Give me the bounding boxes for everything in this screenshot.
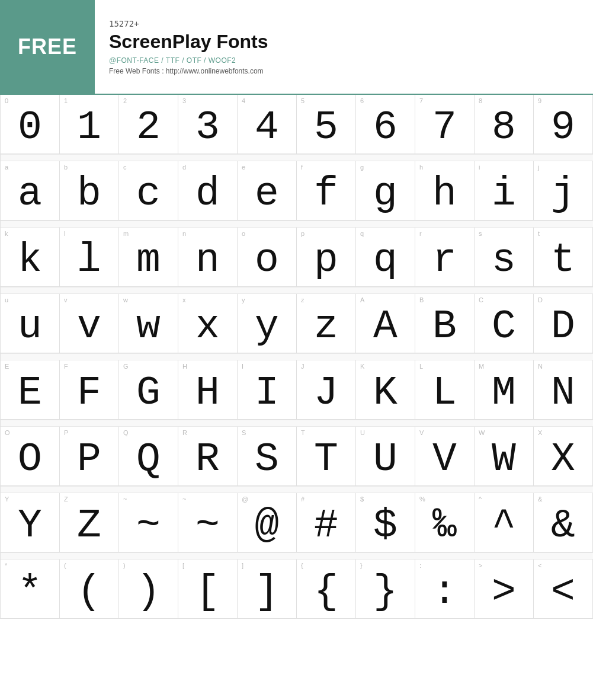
glyph-cell: (( [60, 560, 119, 619]
glyph-label: Z [64, 496, 68, 503]
glyph-character: Q [136, 439, 161, 480]
glyph-character: M [492, 373, 516, 413]
glyph-cell: MM [475, 360, 534, 420]
glyph-cell: && [534, 493, 593, 552]
glyph-label: b [64, 164, 68, 171]
font-count: 15272+ [109, 19, 268, 28]
glyph-label: A [360, 297, 364, 303]
glyph-character: 4 [255, 107, 279, 148]
glyph-cell: AA [356, 294, 415, 353]
glyph-character: Z [77, 506, 101, 546]
glyph-character: [ [195, 572, 220, 612]
glyph-cell: KK [356, 360, 415, 420]
glyph-label: e [242, 164, 245, 171]
glyph-cell: ll [60, 228, 119, 287]
glyph-character: f [314, 174, 338, 214]
glyph-cell: @@ [238, 493, 297, 552]
glyph-character: * [18, 572, 42, 612]
glyph-character: ~ [195, 506, 220, 546]
glyph-label: 8 [479, 98, 482, 104]
glyph-character: I [255, 373, 279, 413]
glyph-label: ( [64, 562, 66, 569]
glyph-character: L [432, 373, 457, 413]
glyph-character: d [195, 174, 220, 214]
glyph-cell: kk [1, 228, 60, 287]
glyph-character: K [373, 373, 398, 413]
glyph-character: H [195, 373, 220, 413]
glyph-cell: )) [119, 560, 178, 619]
glyph-character: a [18, 174, 42, 214]
glyph-character: l [77, 240, 101, 280]
glyph-label: ^ [479, 496, 482, 503]
glyph-label: 4 [242, 98, 245, 104]
glyph-cell: 22 [119, 95, 178, 154]
row-separator [1, 287, 593, 294]
glyph-character: T [314, 439, 338, 480]
glyph-label: w [123, 297, 128, 303]
glyph-cell: ^^ [475, 493, 534, 552]
glyph-cell: $$ [356, 493, 415, 552]
glyph-label: 6 [360, 98, 364, 104]
row-separator [1, 420, 593, 427]
row-separator [1, 486, 593, 493]
glyph-cell: nn [178, 228, 238, 287]
glyph-label: H [182, 363, 187, 370]
glyph-label: { [301, 562, 303, 569]
glyph-label: z [301, 297, 304, 303]
glyph-cell: uu [1, 294, 60, 353]
glyph-character: Y [18, 506, 42, 546]
glyph-label: 5 [301, 98, 304, 104]
glyph-cell: CC [475, 294, 534, 353]
glyph-cell: hh [415, 161, 475, 220]
glyph-label: } [360, 562, 363, 569]
glyph-character: v [77, 306, 101, 347]
glyph-label: x [182, 297, 186, 303]
glyph-cell: << [534, 560, 593, 619]
free-badge: FREE [0, 0, 95, 94]
glyph-character: G [136, 373, 161, 413]
glyph-character: ) [136, 572, 161, 612]
glyph-cell: rr [415, 228, 475, 287]
glyph-cell: EE [1, 360, 60, 420]
glyph-cell: ii [475, 161, 534, 220]
glyph-label: 2 [123, 98, 127, 104]
glyph-character: 2 [136, 107, 161, 148]
glyph-cell: }} [356, 560, 415, 619]
glyph-label: : [419, 562, 421, 569]
glyph-cell: cc [119, 161, 178, 220]
glyph-character: h [432, 174, 457, 214]
glyph-character: P [77, 439, 101, 480]
glyph-cell: {{ [297, 560, 356, 619]
glyph-character: J [314, 373, 338, 413]
glyph-label: 1 [64, 98, 68, 104]
glyph-label: n [182, 231, 186, 237]
glyph-cell: 88 [475, 95, 534, 154]
glyph-label: u [5, 297, 8, 303]
glyph-label: 3 [182, 98, 186, 104]
glyph-cell: %‰ [415, 493, 475, 552]
glyph-cell: yy [238, 294, 297, 353]
glyph-cell: ~~ [119, 493, 178, 552]
glyph-cell: PP [60, 427, 119, 486]
glyph-cell: 77 [415, 95, 475, 154]
glyph-label: L [419, 363, 423, 370]
glyph-cell: VV [415, 427, 475, 486]
glyph-label: y [242, 297, 245, 303]
glyph-label: T [301, 430, 305, 436]
glyph-label: j [538, 164, 539, 171]
glyph-cell: qq [356, 228, 415, 287]
glyph-cell: UU [356, 427, 415, 486]
row-separator [1, 353, 593, 360]
glyph-character: 7 [432, 107, 457, 148]
glyph-label: h [419, 164, 423, 171]
glyph-cell: BB [415, 294, 475, 353]
glyph-cell: oo [238, 228, 297, 287]
glyph-cell: XX [534, 427, 593, 486]
glyph-label: J [301, 363, 304, 370]
header: FREE 15272+ ScreenPlay Fonts @FONT-FACE … [0, 0, 593, 95]
glyph-label: K [360, 363, 364, 370]
glyph-character: 3 [195, 107, 220, 148]
glyph-cell: FF [60, 360, 119, 420]
glyph-character: g [373, 174, 398, 214]
glyph-cell: dd [178, 161, 238, 220]
